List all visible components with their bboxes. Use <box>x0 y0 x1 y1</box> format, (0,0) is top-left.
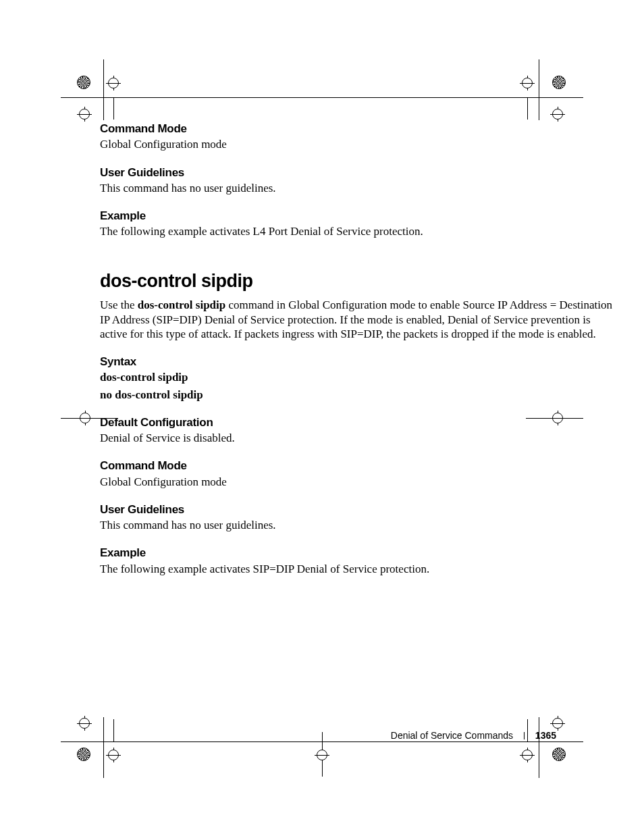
crop-line-icon <box>103 717 104 778</box>
crop-line-icon <box>61 97 583 98</box>
crosshair-icon <box>106 748 121 762</box>
crosshair-icon <box>77 716 92 731</box>
body-text: This command has no user guidelines. <box>100 181 620 195</box>
crosshair-icon <box>78 411 92 425</box>
heading-user-guidelines: User Guidelines <box>100 502 620 517</box>
registration-mark-icon <box>77 748 90 761</box>
heading-example: Example <box>100 209 620 223</box>
heading-command-mode: Command Mode <box>100 459 620 473</box>
registration-mark-icon <box>77 76 90 89</box>
heading-example: Example <box>100 546 620 560</box>
crop-line-icon <box>113 719 114 741</box>
command-title: dos-control sipdip <box>100 270 620 293</box>
crop-line-icon <box>527 97 528 120</box>
crop-line-icon <box>539 59 539 120</box>
crosshair-icon <box>550 411 565 425</box>
body-text: The following example activates L4 Port … <box>100 224 620 238</box>
footer-separator-icon <box>524 732 525 739</box>
body-text: Global Configuration mode <box>100 137 620 151</box>
body-text: Global Configuration mode <box>100 475 620 489</box>
crosshair-icon <box>520 748 535 762</box>
body-text: This command has no user guidelines. <box>100 518 620 532</box>
crop-line-icon <box>527 719 528 741</box>
page-footer: Denial of Service Commands 1365 <box>391 730 556 741</box>
crosshair-icon <box>520 76 535 90</box>
footer-chapter: Denial of Service Commands <box>391 730 513 741</box>
body-text: Denial of Service is disabled. <box>100 431 620 445</box>
crosshair-icon <box>315 748 329 762</box>
crosshair-icon <box>77 107 92 122</box>
crop-line-icon <box>113 97 114 120</box>
intro-bold: dos-control sipdip <box>138 298 226 311</box>
page-content: Command Mode Global Configuration mode U… <box>100 0 620 576</box>
syntax-line: no dos-control sipdip <box>100 388 620 402</box>
crosshair-icon <box>550 716 565 731</box>
intro-prefix: Use the <box>100 298 138 311</box>
crosshair-icon <box>106 76 121 90</box>
heading-default-configuration: Default Configuration <box>100 415 620 429</box>
command-intro: Use the dos-control sipdip command in Gl… <box>100 298 620 341</box>
crop-line-icon <box>539 717 539 778</box>
registration-mark-icon <box>552 748 566 761</box>
body-text: The following example activates SIP=DIP … <box>100 562 620 576</box>
heading-user-guidelines: User Guidelines <box>100 165 620 180</box>
syntax-line: dos-control sipdip <box>100 370 620 384</box>
registration-mark-icon <box>552 76 566 89</box>
heading-syntax: Syntax <box>100 355 620 369</box>
crosshair-icon <box>550 107 565 122</box>
heading-command-mode: Command Mode <box>100 122 620 136</box>
crop-line-icon <box>103 59 104 120</box>
